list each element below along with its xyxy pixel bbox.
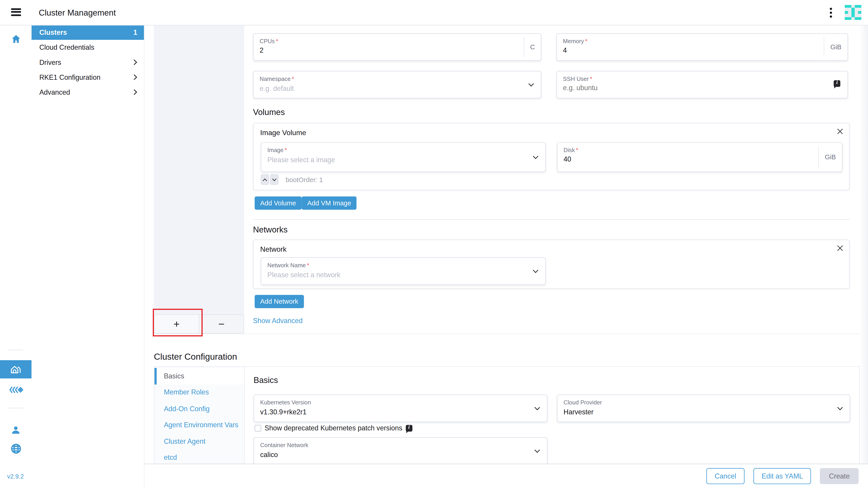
chevron-right-icon [133, 74, 137, 80]
sidebar-item-cloud-credentials[interactable]: Cloud Credentials [32, 40, 144, 55]
tab-cluster-agent[interactable]: Cluster Agent [154, 433, 244, 450]
scrollbar-track[interactable] [860, 25, 868, 464]
close-icon[interactable] [837, 128, 843, 134]
barn-icon[interactable] [0, 360, 32, 379]
disk-unit: GiB [818, 146, 842, 168]
tab-basics[interactable]: Basics [154, 368, 244, 384]
brand-logo[interactable] [845, 5, 861, 20]
container-network-select[interactable]: Container Network calico [254, 437, 548, 464]
arrow-up-icon[interactable] [260, 174, 269, 185]
ssh-user-input[interactable] [563, 84, 767, 92]
tab-member-roles[interactable]: Member Roles [154, 384, 244, 400]
section-divider [253, 219, 850, 220]
tab-agent-environment-vars[interactable]: Agent Environment Vars [154, 417, 244, 433]
create-button[interactable]: Create [820, 468, 859, 484]
sidebar-item-clusters[interactable]: Clusters 1 [32, 25, 144, 40]
required-marker: * [576, 147, 578, 153]
globe-icon[interactable] [0, 443, 32, 455]
cpus-field[interactable]: CPUs* C [253, 33, 541, 61]
memory-unit: GiB [824, 37, 847, 57]
chevron-down-icon [532, 269, 539, 273]
network-name-select[interactable]: Network Name* Please select a network [260, 257, 546, 285]
hamburger-menu-icon[interactable] [11, 8, 21, 16]
tab-etcd[interactable]: etcd [154, 450, 244, 464]
info-icon[interactable] [406, 425, 412, 431]
chevron-down-icon [532, 156, 539, 159]
pool-form: CPUs* C Memory* GiB Namespace* e.g. defa… [244, 25, 860, 334]
required-marker: * [307, 262, 309, 268]
ssh-user-label: SSH User* [563, 75, 592, 82]
app-window: Cluster Management [0, 0, 868, 488]
network-card-title: Network [260, 245, 287, 254]
chevron-down-icon [528, 83, 534, 87]
config-tab-list: Basics Member Roles Add-On Config Agent … [154, 367, 245, 464]
cpus-input[interactable] [260, 46, 461, 54]
sidebar-item-label: Advanced [39, 88, 70, 96]
wheat-icon[interactable] [0, 385, 32, 394]
kubernetes-version-label: Kubernetes Version [260, 399, 311, 405]
chevron-down-icon [534, 449, 540, 453]
network-card: Network Network Name* Please select a ne… [253, 239, 850, 289]
remove-pool-button[interactable]: − [199, 315, 244, 333]
add-pool-button[interactable]: + [154, 315, 199, 333]
sidebar-item-advanced[interactable]: Advanced [32, 85, 144, 100]
required-marker: * [285, 147, 287, 153]
disk-label: Disk* [563, 147, 578, 153]
namespace-select[interactable]: Namespace* e.g. default [253, 71, 541, 98]
memory-input[interactable] [563, 46, 767, 54]
chevron-down-icon [837, 407, 843, 411]
home-icon[interactable] [0, 32, 32, 45]
kebab-menu-icon[interactable] [828, 8, 834, 18]
volume-card-title: Image Volume [260, 128, 306, 137]
deprecated-versions-checkbox[interactable] [255, 425, 261, 431]
namespace-placeholder: e.g. default [260, 85, 294, 92]
image-label: Image* [268, 147, 287, 153]
boot-order-row: bootOrder: 1 [260, 174, 323, 185]
cancel-button[interactable]: Cancel [706, 468, 745, 484]
add-volume-button[interactable]: Add Volume [255, 196, 302, 210]
networks-heading: Networks [253, 225, 287, 234]
sidebar-item-label: Clusters [39, 29, 67, 36]
version-label: v2.9.2 [7, 473, 24, 480]
network-name-placeholder: Please select a network [268, 271, 340, 279]
pool-tabs-column: + − [154, 25, 244, 334]
chevron-right-icon [133, 59, 137, 65]
info-icon[interactable] [834, 80, 840, 87]
user-icon[interactable] [0, 425, 32, 435]
sidebar-item-drivers[interactable]: Drivers [32, 55, 144, 70]
memory-field[interactable]: Memory* GiB [556, 33, 848, 61]
cloud-provider-value: Harvester [563, 408, 594, 416]
disk-input[interactable] [563, 156, 763, 163]
disk-field[interactable]: Disk* GiB [557, 142, 843, 172]
kubernetes-version-value: v1.30.9+rke2r1 [260, 408, 307, 416]
show-advanced-link[interactable]: Show Advanced [253, 317, 303, 325]
rail-divider [8, 350, 23, 350]
cpus-unit: C [524, 37, 541, 57]
chevron-down-icon [534, 407, 540, 411]
add-vm-image-button[interactable]: Add VM Image [302, 196, 357, 210]
network-name-label: Network Name* [268, 262, 309, 268]
tab-add-on-config[interactable]: Add-On Config [154, 400, 244, 417]
cloud-provider-select[interactable]: Cloud Provider Harvester [557, 394, 850, 422]
deprecated-versions-label: Show deprecated Kubernetes patch version… [265, 424, 402, 432]
arrow-down-icon[interactable] [270, 174, 278, 185]
required-marker: * [276, 38, 278, 44]
action-footer: Cancel Edit as YAML Create [144, 464, 868, 488]
deprecated-versions-row: Show deprecated Kubernetes patch version… [255, 424, 412, 432]
kubernetes-version-select[interactable]: Kubernetes Version v1.30.9+rke2r1 [254, 394, 548, 422]
sidebar-item-label: Drivers [39, 58, 61, 66]
edit-as-yaml-button[interactable]: Edit as YAML [753, 468, 811, 484]
top-header: Cluster Management [0, 0, 868, 26]
image-select[interactable]: Image* Please select a image [260, 142, 546, 172]
icon-rail: v2.9.2 [0, 25, 32, 488]
sidebar-item-rke1-configuration[interactable]: RKE1 Configuration [32, 70, 144, 85]
page-title: Cluster Management [39, 8, 116, 17]
chevron-right-icon [133, 89, 137, 95]
ssh-user-field[interactable]: SSH User* [556, 71, 848, 98]
image-placeholder: Please select a image [268, 156, 335, 164]
volumes-heading: Volumes [253, 107, 285, 117]
required-marker: * [585, 38, 587, 44]
close-icon[interactable] [837, 245, 843, 251]
cloud-provider-label: Cloud Provider [563, 399, 602, 405]
add-network-button[interactable]: Add Network [255, 295, 304, 308]
